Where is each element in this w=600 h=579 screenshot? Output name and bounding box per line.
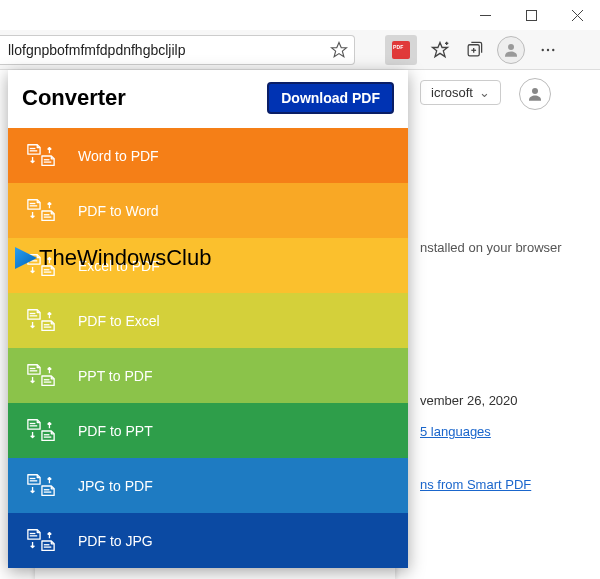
convert-doc-icon bbox=[26, 527, 56, 555]
svg-point-15 bbox=[532, 88, 538, 94]
collections-icon[interactable] bbox=[457, 35, 491, 65]
svg-marker-4 bbox=[332, 42, 347, 56]
close-button[interactable] bbox=[554, 0, 600, 30]
chevron-down-icon: ⌄ bbox=[479, 85, 490, 100]
converter-extension-popup: Converter Download PDF Word to PDF PDF t… bbox=[8, 70, 408, 568]
row-label: PDF to PPT bbox=[78, 423, 153, 439]
convert-doc-icon bbox=[26, 417, 56, 445]
browser-toolbar bbox=[0, 30, 600, 70]
row-pdf-to-ppt[interactable]: PDF to PPT bbox=[8, 403, 408, 458]
maximize-button[interactable] bbox=[508, 0, 554, 30]
svg-point-14 bbox=[552, 48, 554, 50]
row-pdf-to-word[interactable]: PDF to Word bbox=[8, 183, 408, 238]
row-label: PDF to Excel bbox=[78, 313, 160, 329]
thewindowsclub-logo-icon bbox=[15, 247, 37, 269]
updated-date-text: vember 26, 2020 bbox=[420, 385, 600, 416]
ellipsis-icon bbox=[539, 41, 557, 59]
convert-doc-icon bbox=[26, 472, 56, 500]
download-pdf-button[interactable]: Download PDF bbox=[267, 82, 394, 114]
row-label: PDF to JPG bbox=[78, 533, 153, 549]
window-titlebar bbox=[0, 0, 600, 30]
row-word-to-pdf[interactable]: Word to PDF bbox=[8, 128, 408, 183]
extension-pdf-button[interactable] bbox=[385, 35, 417, 65]
minimize-button[interactable] bbox=[462, 0, 508, 30]
convert-doc-icon bbox=[26, 142, 56, 170]
svg-rect-1 bbox=[526, 10, 536, 20]
row-pdf-to-jpg[interactable]: PDF to JPG bbox=[8, 513, 408, 568]
pdf-extension-icon bbox=[392, 41, 410, 59]
person-icon bbox=[526, 85, 544, 103]
profile-avatar-button[interactable] bbox=[497, 36, 525, 64]
favorites-star-plus-icon[interactable] bbox=[423, 35, 457, 65]
watermark: TheWindowsClub bbox=[15, 245, 211, 271]
svg-point-11 bbox=[508, 44, 514, 50]
row-label: PPT to PDF bbox=[78, 368, 152, 384]
convert-doc-icon bbox=[26, 362, 56, 390]
row-jpg-to-pdf[interactable]: JPG to PDF bbox=[8, 458, 408, 513]
convert-doc-icon bbox=[26, 307, 56, 335]
watermark-text: TheWindowsClub bbox=[39, 245, 211, 271]
installed-status-text: nstalled on your browser bbox=[420, 240, 600, 255]
microsoft-dropdown[interactable]: icrosoft ⌄ bbox=[420, 80, 501, 105]
row-ppt-to-pdf[interactable]: PPT to PDF bbox=[8, 348, 408, 403]
favorite-star-icon[interactable] bbox=[330, 41, 348, 59]
address-input[interactable] bbox=[8, 42, 330, 58]
svg-marker-5 bbox=[433, 42, 448, 56]
row-label: PDF to Word bbox=[78, 203, 159, 219]
page-profile-avatar[interactable] bbox=[519, 78, 551, 110]
person-icon bbox=[502, 41, 520, 59]
languages-link[interactable]: 5 languages bbox=[420, 424, 491, 439]
row-label: JPG to PDF bbox=[78, 478, 153, 494]
row-pdf-to-excel[interactable]: PDF to Excel bbox=[8, 293, 408, 348]
convert-doc-icon bbox=[26, 197, 56, 225]
more-menu-button[interactable] bbox=[531, 35, 565, 65]
row-label: Word to PDF bbox=[78, 148, 159, 164]
vendor-link[interactable]: ns from Smart PDF bbox=[420, 477, 531, 492]
microsoft-dropdown-label: icrosoft bbox=[431, 85, 473, 100]
popup-title: Converter bbox=[22, 85, 126, 111]
svg-point-12 bbox=[542, 48, 544, 50]
address-bar[interactable] bbox=[0, 35, 355, 65]
svg-point-13 bbox=[547, 48, 549, 50]
